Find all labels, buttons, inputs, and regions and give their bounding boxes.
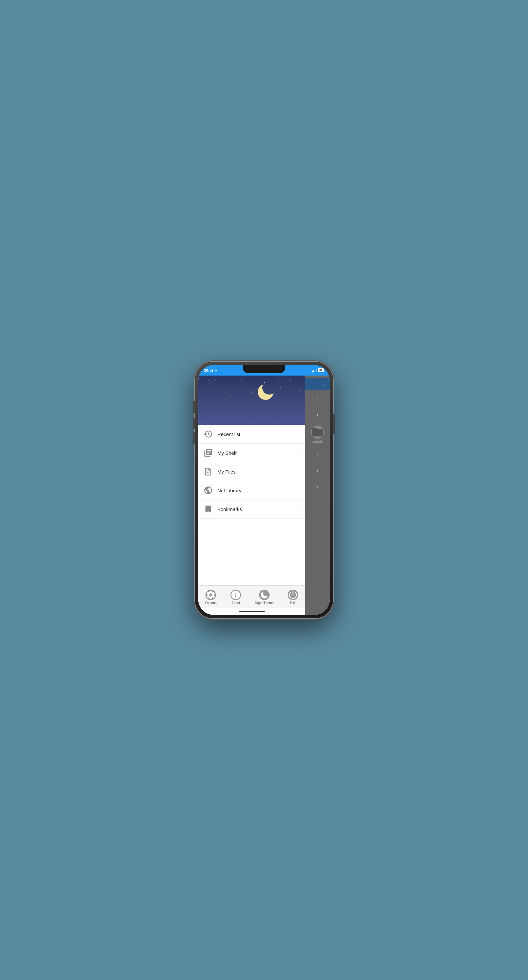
my-shelf-chevron: › [299,450,300,455]
bookmark-icon [204,504,213,514]
notch [243,365,285,373]
stars-background [198,375,305,425]
globe-icon [204,486,213,495]
menu-item-recent-list[interactable]: Recent list [198,425,305,444]
history-icon [204,430,213,439]
night-moon-icon [259,590,270,600]
status-time: 20:52 ● [204,368,217,372]
status-right: 92 [312,368,324,372]
bottom-toolbar: Options About [198,585,305,608]
night-theme-button[interactable]: Night Theme [251,588,277,607]
phone-screen: 20:52 ● 92 ⋮ › › [198,365,330,615]
home-indicator [198,608,305,615]
exit-button[interactable]: Exit [285,588,302,607]
menu-item-bookmarks[interactable]: Bookmarks › [198,500,305,519]
right-panel: ⋮ › › sdcard › › › [305,375,330,615]
folder-icon [311,426,324,439]
moon-icon [256,382,275,402]
time-display: 20:52 [204,368,213,372]
main-drawer: Recent list My Shelf › [198,375,305,615]
about-button[interactable]: About [227,588,244,607]
chevron-4: › [305,462,330,479]
svg-point-5 [261,591,268,598]
bookmarks-label: Bookmarks [217,506,294,512]
phone-device: 20:52 ● 92 ⋮ › › [195,362,333,618]
books-icon [204,448,213,457]
chevron-5: › [305,479,330,495]
drawer-header [198,375,305,425]
sdcard-icon [311,426,324,439]
menu-list: Recent list My Shelf › [198,425,305,585]
my-files-label: My Files [217,469,300,474]
exit-label: Exit [290,601,296,605]
recent-list-label: Recent list [217,431,300,437]
chevron-2: › [305,406,330,423]
sdcard-label: sdcard [313,440,322,443]
file-icon [204,467,213,476]
my-shelf-label: My Shelf [217,450,294,456]
info-icon [231,590,241,600]
home-bar [239,611,265,612]
net-library-label: Net Library [217,488,300,493]
bookmarks-chevron: › [299,507,300,511]
svg-point-2 [258,384,274,400]
right-panel-header: ⋮ [305,378,330,390]
menu-item-my-files[interactable]: My Files [198,462,305,481]
battery-indicator: 92 [318,368,324,372]
whatsapp-icon: ● [215,369,217,372]
more-options-icon[interactable]: ⋮ [321,382,326,387]
chevron-1: › [305,390,330,406]
night-theme-label: Night Theme [255,601,274,605]
power-icon [288,590,298,600]
gear-icon [205,590,216,600]
menu-item-my-shelf[interactable]: My Shelf › [198,444,305,462]
about-label: About [231,601,240,605]
content-area: ⋮ › › sdcard › › › [198,375,330,615]
options-label: Options [205,601,216,605]
signal-bars [312,369,316,372]
menu-item-net-library[interactable]: Net Library [198,481,305,500]
options-button[interactable]: Options [202,588,219,607]
sdcard-section[interactable]: sdcard [311,423,324,446]
chevron-3: › [305,446,330,462]
